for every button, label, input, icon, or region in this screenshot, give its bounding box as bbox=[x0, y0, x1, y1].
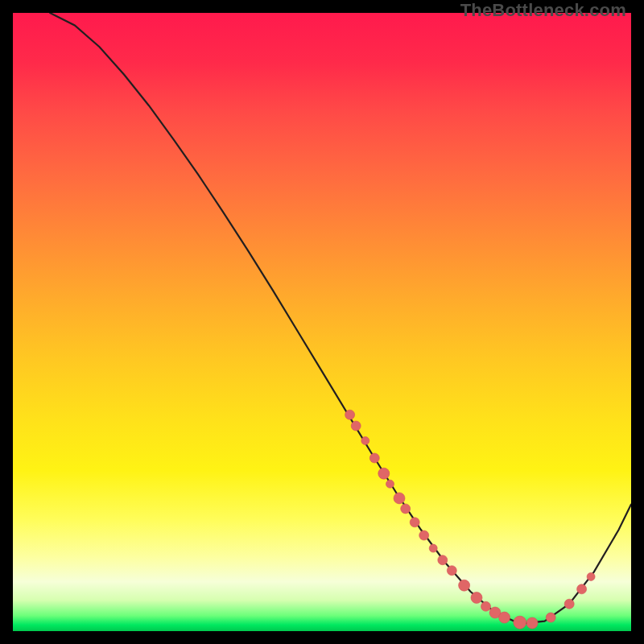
curve-marker bbox=[471, 592, 482, 604]
curve-marker bbox=[345, 410, 355, 419]
curve-marker bbox=[459, 580, 470, 591]
curve-marker bbox=[386, 480, 394, 488]
curve-marker bbox=[577, 584, 587, 594]
curve-marker bbox=[419, 530, 429, 540]
curve-marker bbox=[401, 504, 411, 514]
curve-markers bbox=[345, 410, 595, 629]
curve-marker bbox=[438, 555, 448, 565]
curve-marker bbox=[526, 617, 538, 629]
curve-marker bbox=[447, 566, 456, 576]
curve-marker bbox=[481, 601, 491, 611]
curve-marker bbox=[369, 453, 379, 463]
curve-marker bbox=[514, 616, 526, 629]
curve-marker bbox=[489, 607, 501, 618]
curve-marker bbox=[499, 612, 510, 623]
curve-marker bbox=[410, 518, 419, 527]
curve-marker bbox=[361, 437, 369, 445]
curve-marker bbox=[351, 421, 361, 431]
chart-frame bbox=[13, 13, 631, 631]
curve-marker bbox=[546, 613, 555, 622]
curve-marker bbox=[587, 572, 595, 580]
bottleneck-curve bbox=[50, 13, 631, 624]
curve-marker bbox=[429, 544, 437, 552]
curve-marker bbox=[564, 599, 574, 609]
curve-marker bbox=[378, 468, 390, 479]
curve-marker bbox=[394, 493, 405, 504]
chart-svg bbox=[13, 13, 631, 631]
watermark-text: TheBottleneck.com bbox=[460, 0, 626, 21]
